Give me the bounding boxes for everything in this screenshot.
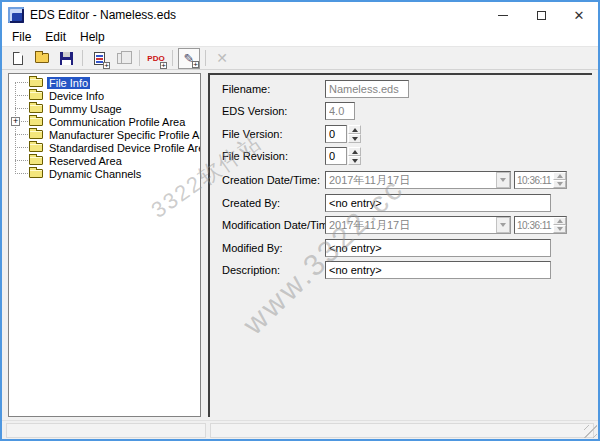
- folder-icon: [29, 117, 43, 126]
- delete-x-icon: ✕: [216, 51, 228, 65]
- tree-item-label: Device Info: [47, 90, 106, 102]
- spin-up-button[interactable]: [348, 125, 361, 134]
- creation-time-field: 10:36:11: [514, 171, 567, 189]
- dropdown-arrow-icon: [500, 223, 506, 227]
- folder-icon: [29, 104, 43, 113]
- maximize-button[interactable]: [522, 2, 560, 28]
- panel-splitter[interactable]: [201, 73, 208, 417]
- modification-datetime-row: Modification Date/Time: 2017年11月17日 10:3…: [210, 216, 592, 234]
- expand-plus-icon[interactable]: [11, 117, 20, 126]
- modification-date-value: 2017年11月17日: [326, 218, 496, 233]
- created-by-row: Created By:: [210, 194, 592, 212]
- tree-item-device-info[interactable]: Device Info: [9, 89, 200, 102]
- new-file-button[interactable]: [7, 48, 29, 69]
- save-button[interactable]: [55, 48, 77, 69]
- eds-version-input: [325, 102, 355, 120]
- file-version-spinner: [348, 125, 361, 143]
- edit-entry-button[interactable]: ✎+: [178, 48, 200, 69]
- tree-item-communication-profile-area[interactable]: Communication Profile Area: [9, 115, 200, 128]
- tree-item-file-info[interactable]: File Info: [9, 76, 200, 89]
- toolbar-separator: [139, 50, 140, 66]
- close-button[interactable]: ✕: [560, 2, 598, 28]
- folder-icon: [29, 130, 43, 139]
- file-version-input[interactable]: [325, 125, 347, 143]
- spin-down-button: [553, 180, 566, 188]
- tree-panel: File Info Device Info Dummy Usage Commun…: [8, 73, 201, 417]
- created-by-label: Created By:: [222, 197, 280, 209]
- minimize-button[interactable]: [484, 2, 522, 28]
- spin-down-button[interactable]: [348, 134, 361, 143]
- open-file-button[interactable]: [31, 48, 53, 69]
- tree-item-label: Manufacturer Specific Profile Area: [47, 129, 201, 141]
- modification-datetime-label: Modification Date/Time:: [222, 219, 337, 231]
- folder-icon: [29, 78, 43, 87]
- tree-item-manufacturer-specific-profile-area[interactable]: Manufacturer Specific Profile Area: [9, 128, 200, 141]
- filename-label: Filename:: [222, 83, 270, 95]
- tree-item-label: Dummy Usage: [47, 103, 124, 115]
- status-pane-left: [6, 423, 206, 438]
- creation-datetime-label: Creation Date/Time:: [222, 174, 320, 186]
- tree-item-label: File Info: [47, 77, 90, 89]
- plus-badge-icon: +: [103, 62, 110, 69]
- spin-down-button[interactable]: [348, 156, 361, 165]
- window-controls: ✕: [484, 2, 598, 28]
- add-pdo-button[interactable]: PDO+: [145, 48, 167, 69]
- modified-by-input[interactable]: [325, 239, 551, 257]
- tree-item-label: Dynamic Channels: [47, 168, 143, 180]
- plus-badge-icon: +: [160, 62, 167, 69]
- eds-version-row: EDS Version:: [210, 102, 592, 120]
- menu-help[interactable]: Help: [73, 29, 112, 45]
- modification-time-value: 10:36:11: [515, 220, 552, 231]
- copy-button: [112, 48, 134, 69]
- creation-date-value: 2017年11月17日: [326, 173, 496, 188]
- app-icon: [8, 7, 24, 23]
- menu-file[interactable]: File: [5, 29, 38, 45]
- toolbar-separator: [205, 50, 206, 66]
- dropdown-arrow-icon: [500, 178, 506, 182]
- toolbar-separator: [172, 50, 173, 66]
- creation-datetime-row: Creation Date/Time: 2017年11月17日 10:36:11: [210, 171, 592, 189]
- folder-icon: [29, 91, 43, 100]
- window-title: EDS Editor - Nameless.eds: [30, 8, 176, 22]
- description-row: Description:: [210, 261, 592, 279]
- save-floppy-icon: [60, 52, 73, 65]
- file-version-row: File Version:: [210, 125, 592, 143]
- file-revision-spinner: [348, 147, 361, 165]
- spin-up-button[interactable]: [348, 147, 361, 156]
- tree-item-label: Communication Profile Area: [47, 116, 187, 128]
- tree-item-dummy-usage[interactable]: Dummy Usage: [9, 102, 200, 115]
- folder-icon: [29, 169, 43, 178]
- menu-edit[interactable]: Edit: [38, 29, 73, 45]
- tree-item-label: Reserved Area: [47, 155, 124, 167]
- resize-grip[interactable]: [584, 425, 597, 438]
- minimize-icon: [498, 15, 508, 16]
- maximize-icon: [537, 11, 546, 20]
- tree-item-label: Standardised Device Profile Area: [47, 142, 201, 154]
- tree-item-dynamic-channels[interactable]: Dynamic Channels: [9, 167, 200, 180]
- toolbar: + PDO+ ✎+ ✕: [2, 46, 598, 70]
- spin-up-button: [553, 217, 566, 225]
- client-area: File Info Device Info Dummy Usage Commun…: [2, 70, 598, 420]
- add-entry-button[interactable]: +: [88, 48, 110, 69]
- file-revision-input[interactable]: [325, 147, 347, 165]
- down-arrow-icon: [352, 159, 358, 163]
- creation-time-value: 10:36:11: [515, 175, 552, 186]
- tree-item-standardised-device-profile-area[interactable]: Standardised Device Profile Area: [9, 141, 200, 154]
- menu-bar: File Edit Help: [2, 28, 598, 46]
- folder-icon: [29, 143, 43, 152]
- spin-down-button: [553, 225, 566, 233]
- description-label: Description:: [222, 264, 280, 276]
- filename-input: [325, 80, 409, 98]
- tree-item-reserved-area[interactable]: Reserved Area: [9, 154, 200, 167]
- file-revision-row: File Revision:: [210, 147, 592, 165]
- status-pane-right: [210, 423, 594, 438]
- app-window: EDS Editor - Nameless.eds ✕ File Edit He…: [0, 0, 600, 441]
- status-bar: [2, 420, 598, 439]
- description-input[interactable]: [325, 261, 551, 279]
- up-arrow-icon: [352, 128, 358, 132]
- creation-time-spinner: [553, 172, 566, 188]
- modification-date-combo: 2017年11月17日: [325, 216, 511, 234]
- created-by-input[interactable]: [325, 194, 551, 212]
- file-revision-label: File Revision:: [222, 150, 288, 162]
- up-arrow-icon: [352, 150, 358, 154]
